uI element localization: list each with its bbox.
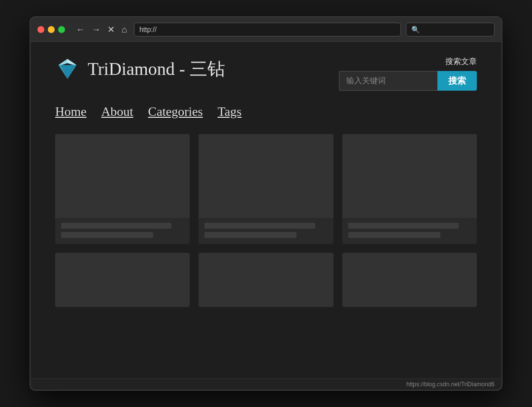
card-1-text [55, 218, 190, 244]
card-3-image [342, 134, 477, 218]
nav-item-home[interactable]: Home [55, 104, 87, 119]
card-2[interactable] [199, 134, 333, 244]
window-controls [37, 26, 65, 33]
nav-item-categories[interactable]: Categories [148, 104, 203, 119]
back-button[interactable]: ← [74, 24, 87, 35]
card-3-text [342, 218, 477, 244]
diamond-icon [55, 57, 80, 81]
site-header: TriDiamond - 三钻 搜索文章 搜索 [55, 57, 477, 91]
titlebar: ← → ✕ ⌂ 🔍 [31, 17, 501, 42]
card-6[interactable] [342, 253, 477, 307]
nav-buttons: ← → ✕ ⌂ [74, 24, 129, 35]
card-4[interactable] [55, 253, 190, 307]
card-2-title-line [204, 223, 315, 229]
card-2-text [199, 218, 333, 244]
close-dot[interactable] [37, 26, 44, 33]
status-url: https://blog.csdn.net/TriDiamond6 [406, 381, 495, 388]
card-3[interactable] [342, 134, 477, 244]
card-5-image [199, 253, 333, 307]
card-4-image [55, 253, 190, 307]
card-1[interactable] [55, 134, 190, 244]
article-search-button[interactable]: 搜索 [437, 71, 477, 91]
status-bar: https://blog.csdn.net/TriDiamond6 [31, 378, 501, 390]
card-5[interactable] [199, 253, 333, 307]
search-section: 搜索文章 搜索 [339, 57, 477, 91]
article-search-input[interactable] [339, 71, 437, 91]
minimize-dot[interactable] [48, 26, 55, 33]
card-1-subtitle-line [61, 232, 153, 238]
search-form: 搜索 [339, 71, 477, 91]
nav-item-about[interactable]: About [101, 104, 133, 119]
card-6-image [342, 253, 477, 307]
page-content: TriDiamond - 三钻 搜索文章 搜索 Home About Categ… [31, 42, 501, 378]
card-1-image [55, 134, 190, 218]
search-icon: 🔍 [411, 26, 420, 34]
browser-search-input[interactable] [423, 26, 492, 34]
nav-item-tags[interactable]: Tags [218, 104, 242, 119]
close-button[interactable]: ✕ [105, 24, 117, 35]
home-button[interactable]: ⌂ [120, 24, 129, 35]
forward-button[interactable]: → [90, 24, 102, 35]
card-1-title-line [61, 223, 171, 229]
site-title: TriDiamond - 三钻 [88, 57, 225, 81]
card-3-subtitle-line [348, 232, 440, 238]
card-3-title-line [348, 223, 459, 229]
maximize-dot[interactable] [58, 26, 65, 33]
search-section-label: 搜索文章 [445, 57, 477, 67]
card-2-subtitle-line [204, 232, 297, 238]
content-grid [55, 134, 477, 307]
site-brand: TriDiamond - 三钻 [55, 57, 225, 81]
nav-menu: Home About Categories Tags [55, 104, 477, 119]
browser-window: ← → ✕ ⌂ 🔍 [30, 16, 502, 391]
browser-search-bar: 🔍 [406, 23, 495, 36]
card-2-image [199, 134, 333, 218]
address-bar[interactable] [134, 23, 401, 36]
